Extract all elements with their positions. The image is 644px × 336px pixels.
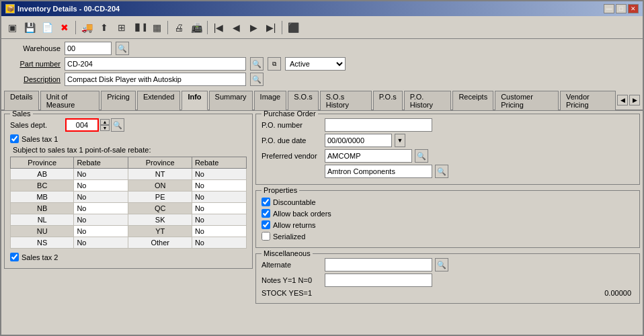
po-number-label: P.O. number [261,121,322,129]
discountable-label: Discountable [273,198,316,206]
description-label[interactable]: Description [7,75,61,83]
discountable-checkbox[interactable] [261,198,270,206]
partnumber-label[interactable]: Part number [7,60,61,68]
po-number-input[interactable] [325,118,432,132]
vendor-name-input[interactable] [325,165,432,178]
rebate-cell: No [74,180,128,192]
tabs-bar: Details Unit of Measure Pricing Extended… [1,90,643,111]
tab-info[interactable]: Info [182,91,207,110]
close-button[interactable]: ✕ [628,4,639,13]
sales-group-title: Sales [10,111,33,118]
partnumber-copy-button[interactable]: ⧉ [268,57,281,71]
tab-vendor-pricing[interactable]: Vendor Pricing [560,91,616,110]
sales-dept-spinner: ▲ ▼ [100,119,110,131]
sales-dept-down-button[interactable]: ▼ [100,125,110,131]
preferred-vendor-input[interactable] [325,149,412,163]
warehouse-input[interactable] [65,42,112,55]
serialized-row: Serialized [261,232,634,241]
title-bar: 📦 Inventory Details - 00-CD-204 — □ ✕ [1,1,643,16]
province-cell: YT [128,226,192,237]
copy-button[interactable]: 📄 [39,19,55,36]
tab-unit-of-measure[interactable]: Unit of Measure [40,91,100,110]
province-cell: ON [128,180,192,192]
preferred-vendor-label: Preferred vendor [261,152,322,160]
window-icon: 📦 [5,4,15,13]
table-button[interactable]: ▦ [149,19,165,36]
sales-dept-up-button[interactable]: ▲ [100,119,110,125]
tab-summary[interactable]: Summary [209,91,253,110]
sales-dept-search-button[interactable]: 🔍 [111,118,124,132]
notes-input[interactable] [325,274,432,287]
grid-button[interactable]: ⊞ [114,19,130,36]
tab-image[interactable]: Image [254,91,287,110]
properties-title: Properties [261,186,299,194]
province-cell: NT [128,169,192,180]
barcode-button[interactable]: ▐▌▐ [131,19,147,36]
up-button[interactable]: ⬆ [96,19,112,36]
fax-button[interactable]: 📠 [188,19,204,36]
sales-dept-input[interactable] [65,118,99,132]
preferred-vendor-search-button[interactable]: 🔍 [415,149,428,163]
main-content: Sales Sales dept. ▲ ▼ 🔍 Sales tax 1 Subj… [1,111,643,335]
tab-nav-left-button[interactable]: ◀ [617,95,628,106]
tab-po-history[interactable]: P.O. History [404,91,452,110]
alternate-search-button[interactable]: 🔍 [435,258,448,271]
stock-value: 0.00000 [325,289,634,297]
minimize-button[interactable]: — [604,4,614,13]
next-button[interactable]: ▶ [245,19,261,36]
stock-row: STOCK YES=1 0.00000 [261,289,634,297]
stop-button[interactable]: ⬛ [285,19,301,36]
sales-tax1-description: Subject to sales tax 1 point-of-sale reb… [13,146,247,154]
province-cell: PE [128,192,192,203]
serialized-checkbox[interactable] [261,232,270,241]
tab-extended[interactable]: Extended [137,91,180,110]
col-rebate2: Rebate [192,157,246,169]
description-search-button[interactable]: 🔍 [250,73,264,86]
rebate-cell: No [192,226,246,237]
sales-tax1-checkbox[interactable] [10,134,19,143]
new-button[interactable]: ▣ [4,19,20,36]
prev-button[interactable]: ◀ [228,19,244,36]
truck-button[interactable]: 🚚 [79,19,95,36]
tab-sos-history[interactable]: S.O.s History [320,91,372,110]
tab-pricing[interactable]: Pricing [101,91,136,110]
tab-sos[interactable]: S.O.s [288,91,319,110]
toolbar: ▣ 💾 📄 ✖ 🚚 ⬆ ⊞ ▐▌▐ ▦ 🖨 📠 |◀ ◀ ▶ ▶| ⬛ [1,16,643,39]
province-cell: MB [11,192,74,203]
tab-customer-pricing[interactable]: Customer Pricing [495,91,559,110]
sales-dept-row: Sales dept. ▲ ▼ 🔍 [10,118,247,132]
tab-pos[interactable]: P.O.s [373,91,403,110]
save-button[interactable]: 💾 [22,19,38,36]
miscellaneous-group: Miscellaneous Alternate 🔍 Notes Y=1 N=0 … [255,253,640,304]
tab-nav-right-button[interactable]: ▶ [629,95,640,106]
maximize-button[interactable]: □ [616,4,627,13]
sep3 [207,21,208,34]
sales-tax2-checkbox[interactable] [10,253,19,261]
alternate-input[interactable] [325,258,432,271]
tab-receipts[interactable]: Receipts [452,91,493,110]
vendor-name-search-button[interactable]: 🔍 [435,165,448,178]
last-button[interactable]: ▶| [263,19,279,36]
first-button[interactable]: |◀ [210,19,227,36]
warehouse-row: Warehouse 🔍 [7,42,637,55]
partnumber-input[interactable] [65,57,246,71]
status-select[interactable]: Active Inactive Discontinued [285,57,346,71]
serialized-label: Serialized [273,233,305,241]
col-province1: Province [11,157,74,169]
notes-row: Notes Y=1 N=0 [261,274,634,287]
po-date-dropdown-button[interactable]: ▼ [395,134,405,147]
warehouse-search-button[interactable]: 🔍 [116,42,129,55]
tab-details[interactable]: Details [4,91,39,110]
partnumber-search-button[interactable]: 🔍 [250,57,264,71]
print-button[interactable]: 🖨 [171,19,187,36]
description-input[interactable] [65,73,246,86]
allow-back-orders-label: Allow back orders [273,210,331,218]
allow-returns-checkbox[interactable] [261,220,270,229]
delete-button[interactable]: ✖ [56,19,73,36]
partnumber-row: Part number 🔍 ⧉ Active Inactive Disconti… [7,57,637,71]
rebate-cell: No [192,237,246,249]
rebate-cell: No [192,169,246,180]
allow-back-orders-checkbox[interactable] [261,209,270,218]
po-due-date-input[interactable] [325,134,392,147]
sales-tax2-label: Sales tax 2 [22,253,58,261]
